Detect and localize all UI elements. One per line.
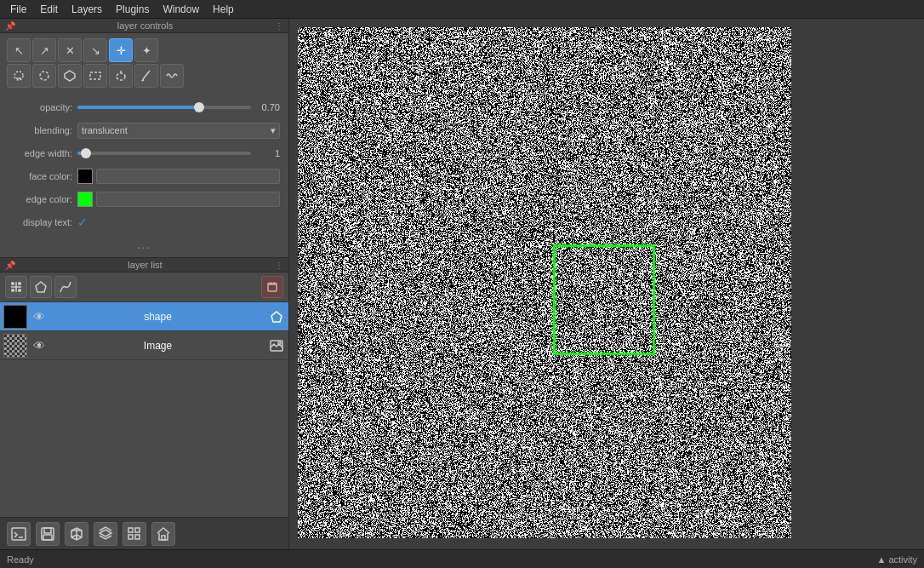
tool-arrow-select[interactable]: ↘	[83, 38, 107, 62]
layer-name-shape: shape	[51, 311, 265, 323]
menu-edit[interactable]: Edit	[33, 2, 65, 17]
tool-freehand[interactable]	[160, 64, 184, 88]
blending-dropdown[interactable]: translucent ▾	[77, 123, 280, 139]
menu-window[interactable]: Window	[156, 2, 206, 17]
opacity-row: opacity: 0.70	[9, 98, 280, 117]
home-btn[interactable]	[151, 522, 175, 546]
edge-color-control: lime	[77, 192, 280, 207]
cube-btn[interactable]	[65, 522, 88, 546]
svg-rect-24	[12, 528, 26, 540]
layer-name-image: Image	[51, 340, 265, 352]
layer-item-image[interactable]: 👁 Image	[0, 331, 288, 360]
eye-icon-shape: 👁	[33, 310, 45, 324]
chevron-down-icon: ▾	[271, 125, 276, 136]
svg-point-2	[40, 72, 48, 80]
pin-icon-2: 📌	[5, 261, 15, 270]
edge-width-label: edge width:	[9, 148, 72, 158]
toolbar-area: ↖ ↗ ✕ ↘ ✛ ✦	[0, 33, 288, 93]
visibility-btn-shape[interactable]: 👁	[31, 308, 48, 325]
svg-rect-33	[162, 536, 165, 540]
edge-color-label: edge color:	[9, 194, 72, 204]
blending-row: blending: translucent ▾	[9, 121, 280, 140]
svg-rect-30	[135, 528, 140, 532]
layer-list-options-icon[interactable]: ⋮	[275, 261, 283, 270]
tool-circle-dashed[interactable]	[32, 64, 56, 88]
layer-list-title: layer list	[128, 260, 162, 270]
properties-area: opacity: 0.70 blending: translucent	[0, 93, 288, 237]
opacity-slider-thumb[interactable]	[194, 102, 204, 112]
tool-polygon[interactable]	[58, 64, 82, 88]
opacity-slider-track[interactable]	[77, 106, 251, 109]
tool-move[interactable]: ✛	[109, 38, 133, 62]
pin-icon: 📌	[5, 21, 15, 31]
layer-type-icon-image	[268, 337, 285, 354]
svg-rect-27	[44, 528, 51, 533]
edge-width-slider-track[interactable]	[77, 152, 251, 155]
layer-list-header: 📌 layer list ⋮	[0, 257, 288, 273]
visibility-btn-image[interactable]: 👁	[31, 337, 48, 354]
edge-width-row: edge width: 1	[9, 144, 280, 163]
menu-layers[interactable]: Layers	[65, 2, 109, 17]
panel-divider[interactable]: ···	[0, 237, 288, 257]
new-shape-layer-btn[interactable]	[30, 276, 52, 298]
panel-options-icon[interactable]: ⋮	[275, 21, 283, 31]
svg-rect-17	[268, 284, 277, 291]
svg-marker-3	[65, 71, 75, 81]
menu-file[interactable]: File	[3, 2, 33, 17]
svg-rect-28	[43, 535, 52, 540]
eye-icon-image: 👁	[33, 339, 45, 353]
display-text-checkmark[interactable]: ✓	[77, 215, 88, 229]
new-points-layer-btn[interactable]	[5, 276, 27, 298]
edge-width-value: 1	[254, 148, 280, 158]
opacity-value: 0.70	[254, 102, 280, 112]
face-color-swatch[interactable]	[77, 169, 93, 184]
layer-list-section: 📌 layer list ⋮	[0, 257, 288, 517]
bottom-toolbar	[0, 517, 288, 549]
menu-help[interactable]: Help	[206, 2, 241, 17]
svg-line-9	[142, 80, 144, 81]
opacity-control: 0.70	[77, 102, 280, 112]
grid-btn[interactable]	[123, 522, 146, 546]
layer-item-shape[interactable]: 👁 shape	[0, 302, 288, 331]
edge-width-control: 1	[77, 148, 280, 158]
svg-line-7	[143, 71, 150, 79]
edge-color-hex[interactable]: lime	[96, 192, 280, 207]
menu-plugins[interactable]: Plugins	[109, 2, 156, 17]
layers-btn[interactable]	[94, 522, 117, 546]
terminal-btn[interactable]	[7, 522, 31, 546]
status-bar: Ready ▲ activity	[0, 549, 924, 568]
new-vector-layer-btn[interactable]	[54, 276, 77, 298]
tool-close[interactable]: ✕	[58, 38, 82, 62]
tool-star[interactable]: ✦	[134, 38, 158, 62]
tool-pencil[interactable]	[134, 64, 158, 88]
svg-rect-29	[128, 528, 133, 532]
edge-width-slider-thumb[interactable]	[81, 148, 91, 158]
tool-magnet[interactable]	[7, 64, 31, 88]
edge-color-swatch[interactable]	[77, 192, 93, 207]
display-text-label: display text:	[9, 217, 72, 227]
svg-point-11	[18, 282, 21, 285]
svg-point-5	[117, 73, 125, 80]
layer-controls-section: 📌 layer controls ⋮ ↖ ↗ ✕ ↘ ✛ ✦	[0, 19, 288, 257]
canvas-area[interactable]	[289, 19, 924, 549]
status-ready: Ready	[7, 554, 34, 565]
opacity-label: opacity:	[9, 102, 72, 112]
layer-type-icon-shape	[268, 308, 285, 325]
svg-marker-16	[36, 282, 46, 292]
face-color-control: #00000000	[77, 169, 280, 184]
svg-point-12	[11, 289, 14, 292]
tool-lasso[interactable]	[109, 64, 133, 88]
delete-layer-btn[interactable]	[261, 276, 283, 298]
svg-rect-32	[135, 535, 140, 539]
menubar: File Edit Layers Plugins Window Help	[0, 0, 924, 19]
tool-arrow-back[interactable]: ↖	[7, 38, 31, 62]
layer-list-toolbar	[0, 273, 288, 302]
activity-button[interactable]: ▲ activity	[876, 554, 917, 565]
tool-arrow-add[interactable]: ↗	[32, 38, 56, 62]
face-color-hex[interactable]: #00000000	[96, 169, 280, 184]
disk-btn[interactable]	[36, 522, 60, 546]
tool-row-1: ↖ ↗ ✕ ↘ ✛ ✦	[7, 38, 282, 62]
tool-rect-select[interactable]	[83, 64, 107, 88]
blending-control: translucent ▾	[77, 123, 280, 139]
blending-value: translucent	[82, 125, 128, 135]
